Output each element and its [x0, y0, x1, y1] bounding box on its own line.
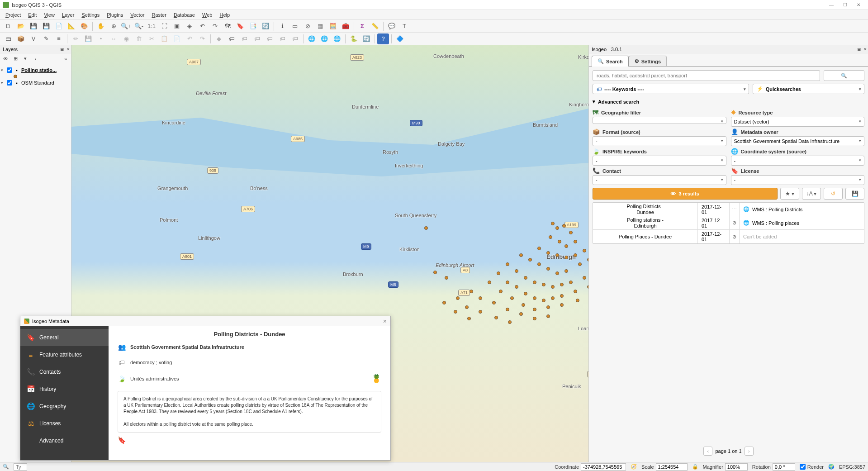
filter-select[interactable] — [593, 117, 726, 124]
save-as-icon[interactable]: 💾 — [40, 21, 52, 32]
node-tool-icon[interactable]: ◉ — [120, 33, 132, 44]
reset-button[interactable]: ↺ — [824, 188, 843, 200]
extent-icon[interactable]: 🧭 — [631, 464, 637, 470]
menu-view[interactable]: View — [40, 11, 58, 19]
isogeo-plugin-icon[interactable]: 🔷 — [394, 33, 406, 44]
maximize-button[interactable]: ☐ — [838, 0, 852, 10]
tree-toggle-icon[interactable]: ▾ — [1, 68, 5, 72]
locator-input[interactable] — [14, 463, 27, 471]
zoom-next-icon[interactable]: ↷ — [209, 21, 221, 32]
tab-search[interactable]: 🔍Search — [592, 56, 629, 67]
web-osm2-icon[interactable]: 🌐 — [318, 33, 330, 44]
zoom-selection-icon[interactable]: ▣ — [171, 21, 183, 32]
toolbox-icon[interactable]: 🧰 — [340, 21, 351, 32]
menu-plugins[interactable]: Plugins — [103, 11, 127, 19]
crs-icon[interactable]: 🌍 — [828, 464, 835, 470]
metadata-nav-geography[interactable]: 🌐Geography — [20, 398, 109, 415]
field-calc-icon[interactable]: 🧮 — [327, 21, 339, 32]
page-prev-button[interactable]: ‹ — [703, 447, 712, 456]
show-bookmarks-icon[interactable]: 📑 — [247, 21, 259, 32]
zoom-out-icon[interactable]: 🔍- — [133, 21, 145, 32]
label4-icon[interactable]: 🏷 — [264, 33, 275, 44]
paste-icon[interactable]: 📄 — [171, 33, 183, 44]
locator-icon[interactable]: 🔍 — [3, 464, 9, 470]
menu-vector[interactable]: Vector — [127, 11, 148, 19]
metadata-close-icon[interactable]: × — [383, 318, 387, 325]
new-project-icon[interactable]: 🗋 — [2, 21, 14, 32]
zoom-layer-icon[interactable]: ◈ — [184, 21, 195, 32]
deselect-icon[interactable]: ⊘ — [302, 21, 313, 32]
magnifier-input[interactable] — [725, 463, 748, 471]
measure-icon[interactable]: 📏 — [369, 21, 381, 32]
render-checkbox[interactable] — [800, 464, 806, 470]
filter-select[interactable]: Scottish Government Spatial Data Infrast… — [731, 136, 865, 146]
select-icon[interactable]: ▭ — [289, 21, 301, 32]
panel-undock-icon[interactable]: ▣ — [60, 47, 64, 52]
add-group-icon[interactable]: ⊞ — [11, 54, 20, 63]
tab-settings[interactable]: ⚙Settings — [629, 56, 667, 67]
toggle-edit-icon[interactable]: ✏ — [70, 33, 81, 44]
delete-icon[interactable]: 🗑 — [133, 33, 145, 44]
tree-toggle-icon[interactable]: ▾ — [1, 81, 5, 85]
label3-icon[interactable]: 🏷 — [251, 33, 263, 44]
zoom-full-icon[interactable]: ⛶ — [158, 21, 170, 32]
new-map-view-icon[interactable]: 🗺 — [222, 21, 233, 32]
filter-select[interactable]: - — [593, 136, 726, 146]
attribute-table-icon[interactable]: ▦ — [314, 21, 326, 32]
help-icon[interactable]: ? — [377, 33, 389, 44]
scale-input[interactable] — [656, 463, 688, 471]
data-source-icon[interactable]: 🗃 — [2, 33, 14, 44]
epsg-label[interactable]: EPSG:3857 — [839, 464, 865, 470]
menu-settings[interactable]: Settings — [78, 11, 103, 19]
rotation-input[interactable] — [773, 463, 795, 471]
save-project-icon[interactable]: 💾 — [28, 21, 39, 32]
filter-legend-icon[interactable]: ▾ — [21, 54, 30, 63]
result-row[interactable]: Polling Places - Dundee2017-12-01⊘Can't … — [593, 230, 864, 243]
label5-icon[interactable]: 🏷 — [276, 33, 288, 44]
menu-project[interactable]: Project — [2, 11, 24, 19]
filter-select[interactable]: Dataset (vector) — [731, 117, 865, 127]
menu-layer[interactable]: Layer — [58, 11, 78, 19]
metadata-dialog-title[interactable]: Isogeo Metadata × — [20, 316, 390, 326]
expand-all-icon[interactable]: › — [31, 54, 40, 63]
new-spatialite-icon[interactable]: ✎ — [40, 33, 52, 44]
layer-checkbox[interactable] — [7, 80, 12, 86]
layout-manager-icon[interactable]: 📄 — [53, 21, 65, 32]
new-virtual-icon[interactable]: ≡ — [53, 33, 65, 44]
stats-icon[interactable]: Σ — [356, 21, 368, 32]
filter-select[interactable]: - — [593, 175, 726, 185]
isogeo-undock-icon[interactable]: ▣ — [857, 47, 861, 52]
maptips-icon[interactable]: 💬 — [386, 21, 398, 32]
layers-more-icon[interactable]: » — [61, 54, 70, 63]
label2-icon[interactable]: 🏷 — [238, 33, 250, 44]
plugin-reload-icon[interactable]: 🔄 — [360, 33, 372, 44]
label6-icon[interactable]: 🏷 — [289, 33, 301, 44]
copy-icon[interactable]: 📋 — [158, 33, 170, 44]
menu-database[interactable]: Database — [170, 11, 199, 19]
digitize-icon[interactable]: ◆ — [213, 33, 225, 44]
keywords-select[interactable]: 🏷---- Keywords ----▾ — [593, 84, 749, 94]
zoom-last-icon[interactable]: ↶ — [196, 21, 208, 32]
annotation-icon[interactable]: T — [398, 21, 410, 32]
quicksearch-select[interactable]: ⚡Quicksearches▾ — [753, 84, 864, 94]
search-input[interactable] — [593, 70, 820, 81]
metadata-nav-general[interactable]: 🔖General — [20, 329, 109, 346]
new-bookmark-icon[interactable]: 🔖 — [234, 21, 246, 32]
undo-icon[interactable]: ↶ — [184, 33, 195, 44]
lock-icon[interactable]: 🔒 — [692, 464, 698, 470]
panel-close-icon[interactable]: ✕ — [66, 47, 70, 52]
save-search-button[interactable]: 💾 — [845, 188, 864, 200]
menu-help[interactable]: Help — [216, 11, 233, 19]
menu-raster[interactable]: Raster — [148, 11, 170, 19]
filter-select[interactable]: - — [593, 156, 726, 166]
metadata-nav-licenses[interactable]: ⚖Licenses — [20, 415, 109, 432]
metadata-nav-advanced[interactable]: Advanced — [20, 432, 109, 449]
cut-icon[interactable]: ✂ — [146, 33, 157, 44]
pan-selection-icon[interactable]: ⊕ — [108, 21, 119, 32]
metadata-nav-contacts[interactable]: 📞Contacts — [20, 363, 109, 381]
menu-web[interactable]: Web — [199, 11, 216, 19]
result-row[interactable]: Polling stations -Edinburgh2017-12-01⊘🌐W… — [593, 216, 864, 230]
metadata-nav-feature-attributes[interactable]: ≡Feature attributes — [20, 346, 109, 363]
layer-checkbox[interactable] — [7, 67, 12, 73]
identify-icon[interactable]: ℹ — [276, 21, 288, 32]
